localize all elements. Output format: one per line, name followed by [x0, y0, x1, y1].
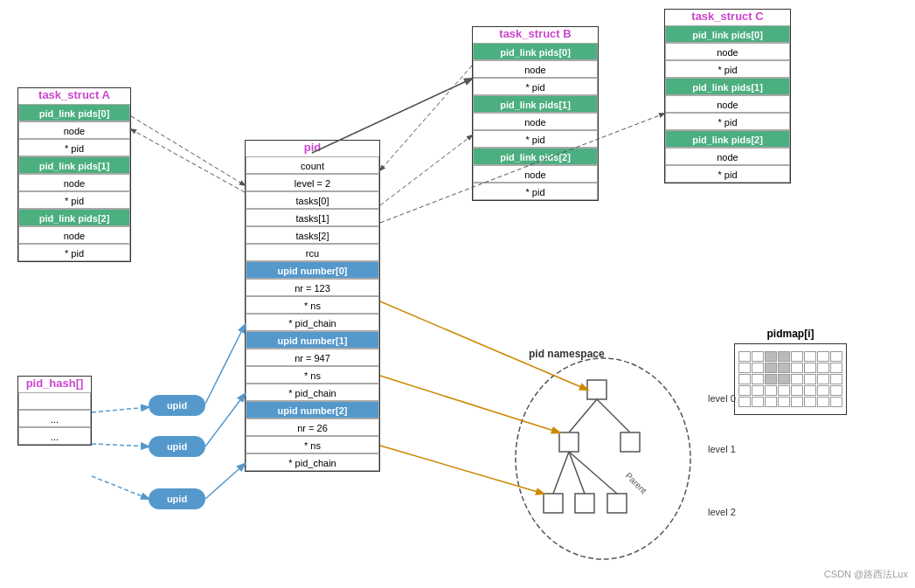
struct-row: node — [18, 121, 130, 139]
pidmap-cell — [738, 385, 751, 396]
pid-hash: pid_hash[] ...... — [17, 376, 92, 446]
struct-row: upid number[0] — [246, 261, 379, 279]
pidmap-cell — [738, 363, 751, 373]
struct-row: * pid — [665, 60, 790, 78]
diagram-container: task_struct A pid_link pids[0]node* pidp… — [0, 0, 915, 588]
struct-row: upid number[2] — [246, 401, 379, 419]
struct-row: * ns — [246, 366, 379, 384]
struct-row: * pid_chain — [246, 384, 379, 401]
svg-rect-6 — [607, 494, 627, 513]
struct-row: * pid — [473, 130, 598, 148]
struct-row: node — [665, 148, 790, 165]
pidmap-cell — [765, 385, 777, 396]
struct-row: * ns — [246, 436, 379, 453]
pidmap-cell — [778, 351, 790, 362]
svg-line-28 — [205, 464, 245, 499]
struct-row: * pid — [18, 191, 130, 209]
svg-rect-3 — [620, 432, 640, 452]
struct-row: pid_link pids[2] — [665, 130, 790, 148]
svg-point-0 — [516, 358, 690, 559]
struct-row: tasks[0] — [246, 191, 379, 209]
pidmap-cell — [791, 363, 803, 373]
pidmap-cell — [830, 351, 842, 362]
struct-row: pid_link pids[0] — [18, 104, 130, 121]
pidmap-cell — [752, 374, 764, 384]
struct-row: pid_link pids[1] — [18, 156, 130, 174]
task-struct-c: task_struct C pid_link pids[0]node* pidp… — [664, 9, 791, 183]
pidmap-cell — [830, 363, 842, 373]
pidmap-cell — [804, 385, 816, 396]
struct-row: pid_link pids[1] — [665, 78, 790, 95]
struct-row: pid_link pids[2] — [473, 148, 598, 165]
level-0-label: level 0 — [708, 393, 736, 404]
pidmap-cell — [817, 351, 829, 362]
struct-row: node — [665, 95, 790, 113]
struct-row: node — [665, 43, 790, 60]
svg-rect-1 — [587, 380, 607, 399]
struct-row: nr = 947 — [246, 349, 379, 366]
svg-line-14 — [131, 129, 245, 192]
pidmap-cell — [765, 374, 777, 384]
watermark: CSDN @路西法Lux — [824, 568, 908, 581]
struct-row: tasks[2] — [246, 226, 379, 244]
struct-row: upid number[1] — [246, 331, 379, 349]
pid-struct-title: pid — [246, 141, 379, 154]
pidmap-cell — [765, 363, 777, 373]
struct-row: * pid — [473, 183, 598, 200]
struct-row: rcu — [246, 244, 379, 261]
pidmap-cell — [804, 351, 816, 362]
struct-row — [18, 392, 91, 410]
level-1-label: level 1 — [708, 444, 736, 454]
level-2-label: level 2 — [708, 507, 736, 517]
svg-line-11 — [569, 452, 617, 494]
pidmap-cell — [778, 397, 790, 407]
pidmap-cell — [817, 397, 829, 407]
upid-blob-3: upid — [149, 488, 205, 509]
svg-line-17 — [380, 66, 472, 170]
svg-line-27 — [205, 394, 245, 446]
pidmap-cell — [830, 385, 842, 396]
pidmap-cell — [765, 351, 777, 362]
svg-line-25 — [92, 476, 149, 499]
svg-line-22 — [380, 446, 544, 494]
pid-namespace-label: pid namespace — [529, 348, 605, 360]
pidmap-cell — [765, 397, 777, 407]
struct-row: level = 2 — [246, 174, 379, 191]
task-b-title: task_struct B — [473, 27, 598, 40]
task-a-title: task_struct A — [18, 88, 130, 101]
task-struct-a: task_struct A pid_link pids[0]node* pidp… — [17, 87, 131, 262]
pidmap-cell — [778, 363, 790, 373]
struct-row: node — [18, 174, 130, 191]
pidmap-cell — [791, 385, 803, 396]
pidmap-cell — [791, 397, 803, 407]
svg-line-7 — [569, 399, 597, 432]
svg-line-26 — [205, 325, 245, 404]
svg-line-20 — [380, 301, 587, 390]
task-struct-b: task_struct B pid_link pids[0]node* pidp… — [472, 26, 599, 201]
struct-row: * pid — [473, 78, 598, 95]
pidmap-cell — [738, 351, 751, 362]
svg-line-23 — [92, 407, 149, 412]
svg-rect-2 — [559, 432, 579, 452]
pidmap-cell — [817, 385, 829, 396]
pidmap-title: pidmap[i] — [734, 328, 847, 340]
pidmap-grid — [738, 351, 842, 407]
pidmap-cell — [752, 363, 764, 373]
upid-blob-1: upid — [149, 395, 205, 416]
pidmap-cell — [830, 374, 842, 384]
pidmap-cell — [791, 351, 803, 362]
svg-line-18 — [380, 135, 472, 205]
struct-row: node — [473, 60, 598, 78]
struct-row: node — [18, 226, 130, 244]
pidmap-cell — [791, 374, 803, 384]
upid-blob-2: upid — [149, 436, 205, 457]
struct-row: * pid_chain — [246, 314, 379, 331]
struct-row: node — [473, 165, 598, 183]
svg-line-24 — [92, 444, 149, 446]
struct-row: * pid — [18, 244, 130, 261]
svg-rect-5 — [575, 494, 594, 513]
struct-row: * ns — [246, 296, 379, 314]
struct-row: tasks[1] — [246, 209, 379, 226]
svg-text:Parent: Parent — [624, 471, 649, 496]
pidmap-container: pidmap[i] — [734, 328, 847, 415]
